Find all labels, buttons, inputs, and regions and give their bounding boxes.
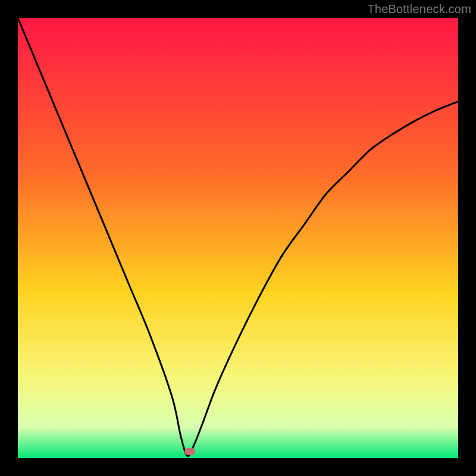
- chart-frame: TheBottleneck.com: [0, 0, 476, 476]
- watermark-text: TheBottleneck.com: [367, 2, 471, 16]
- bottleneck-curve: [18, 18, 458, 458]
- plot-area: [18, 18, 458, 458]
- optimal-point-marker: [184, 448, 195, 455]
